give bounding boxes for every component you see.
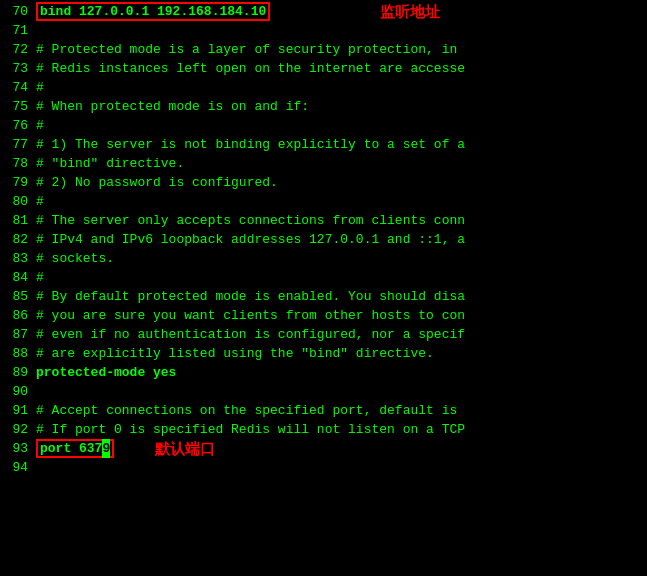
line-number-92: 92 xyxy=(0,420,28,439)
line-number-90: 90 xyxy=(0,382,28,401)
line-90: 90 xyxy=(0,382,647,401)
line-number-72: 72 xyxy=(0,40,28,59)
line-content-92: # If port 0 is specified Redis will not … xyxy=(36,420,465,439)
line-content-85: # By default protected mode is enabled. … xyxy=(36,287,465,306)
line-number-80: 80 xyxy=(0,192,28,211)
line-number-88: 88 xyxy=(0,344,28,363)
line-content-86: # you are sure you want clients from oth… xyxy=(36,306,465,325)
line-content-94 xyxy=(36,458,44,477)
line-content-70: bind 127.0.0.1 192.168.184.10 xyxy=(36,2,270,21)
line-content-87: # even if no authentication is configure… xyxy=(36,325,465,344)
line-content-89: protected-mode yes xyxy=(36,363,176,382)
line-81: 81 # The server only accepts connections… xyxy=(0,211,647,230)
line-number-83: 83 xyxy=(0,249,28,268)
line-content-72: # Protected mode is a layer of security … xyxy=(36,40,457,59)
code-editor: 70 bind 127.0.0.1 192.168.184.10 监听地址 71… xyxy=(0,0,647,576)
line-content-82: # IPv4 and IPv6 loopback addresses 127.0… xyxy=(36,230,465,249)
line-78: 78 # "bind" directive. xyxy=(0,154,647,173)
line-number-74: 74 xyxy=(0,78,28,97)
line-number-75: 75 xyxy=(0,97,28,116)
line-number-76: 76 xyxy=(0,116,28,135)
line-content-84: # xyxy=(36,268,44,287)
line-content-93: port 6379 xyxy=(36,439,114,458)
line-content-73: # Redis instances left open on the inter… xyxy=(36,59,465,78)
line-number-77: 77 xyxy=(0,135,28,154)
line-number-71: 71 xyxy=(0,21,28,40)
line-number-89: 89 xyxy=(0,363,28,382)
line-content-78: # "bind" directive. xyxy=(36,154,184,173)
line-content-77: # 1) The server is not binding explicitl… xyxy=(36,135,465,154)
line-71: 71 xyxy=(0,21,647,40)
text-cursor: 9 xyxy=(102,439,110,458)
line-75: 75 # When protected mode is on and if: xyxy=(0,97,647,116)
bind-directive: bind 127.0.0.1 192.168.184.10 xyxy=(36,2,270,21)
line-number-73: 73 xyxy=(0,59,28,78)
line-74: 74 # xyxy=(0,78,647,97)
line-82: 82 # IPv4 and IPv6 loopback addresses 12… xyxy=(0,230,647,249)
line-76: 76 # xyxy=(0,116,647,135)
line-content-79: # 2) No password is configured. xyxy=(36,173,278,192)
line-87: 87 # even if no authentication is config… xyxy=(0,325,647,344)
line-content-90 xyxy=(36,382,44,401)
line-92: 92 # If port 0 is specified Redis will n… xyxy=(0,420,647,439)
line-content-81: # The server only accepts connections fr… xyxy=(36,211,465,230)
line-number-79: 79 xyxy=(0,173,28,192)
line-88: 88 # are explicitly listed using the "bi… xyxy=(0,344,647,363)
line-number-85: 85 xyxy=(0,287,28,306)
port-directive: port 6379 xyxy=(36,439,114,458)
line-content-88: # are explicitly listed using the "bind"… xyxy=(36,344,434,363)
line-70: 70 bind 127.0.0.1 192.168.184.10 监听地址 xyxy=(0,2,647,21)
line-content-80: # xyxy=(36,192,44,211)
line-number-87: 87 xyxy=(0,325,28,344)
line-85: 85 # By default protected mode is enable… xyxy=(0,287,647,306)
line-number-78: 78 xyxy=(0,154,28,173)
line-93: 93 port 6379 默认端口 xyxy=(0,439,647,458)
line-86: 86 # you are sure you want clients from … xyxy=(0,306,647,325)
line-content-74: # xyxy=(36,78,44,97)
line-number-86: 86 xyxy=(0,306,28,325)
line-content-71 xyxy=(36,21,44,40)
line-91: 91 # Accept connections on the specified… xyxy=(0,401,647,420)
line-79: 79 # 2) No password is configured. xyxy=(0,173,647,192)
line-83: 83 # sockets. xyxy=(0,249,647,268)
line-73: 73 # Redis instances left open on the in… xyxy=(0,59,647,78)
line-80: 80 # xyxy=(0,192,647,211)
line-number-81: 81 xyxy=(0,211,28,230)
line-77: 77 # 1) The server is not binding explic… xyxy=(0,135,647,154)
line-number-94: 94 xyxy=(0,458,28,477)
line-number-91: 91 xyxy=(0,401,28,420)
line-number-70: 70 xyxy=(0,2,28,21)
line-content-76: # xyxy=(36,116,44,135)
line-number-93: 93 xyxy=(0,439,28,458)
line-72: 72 # Protected mode is a layer of securi… xyxy=(0,40,647,59)
line-content-75: # When protected mode is on and if: xyxy=(36,97,309,116)
annotation-listen-address: 监听地址 xyxy=(380,2,440,21)
line-number-84: 84 xyxy=(0,268,28,287)
line-94: 94 xyxy=(0,458,647,477)
line-content-83: # sockets. xyxy=(36,249,114,268)
line-content-91: # Accept connections on the specified po… xyxy=(36,401,457,420)
line-84: 84 # xyxy=(0,268,647,287)
line-89: 89 protected-mode yes xyxy=(0,363,647,382)
line-number-82: 82 xyxy=(0,230,28,249)
annotation-default-port: 默认端口 xyxy=(155,439,215,458)
